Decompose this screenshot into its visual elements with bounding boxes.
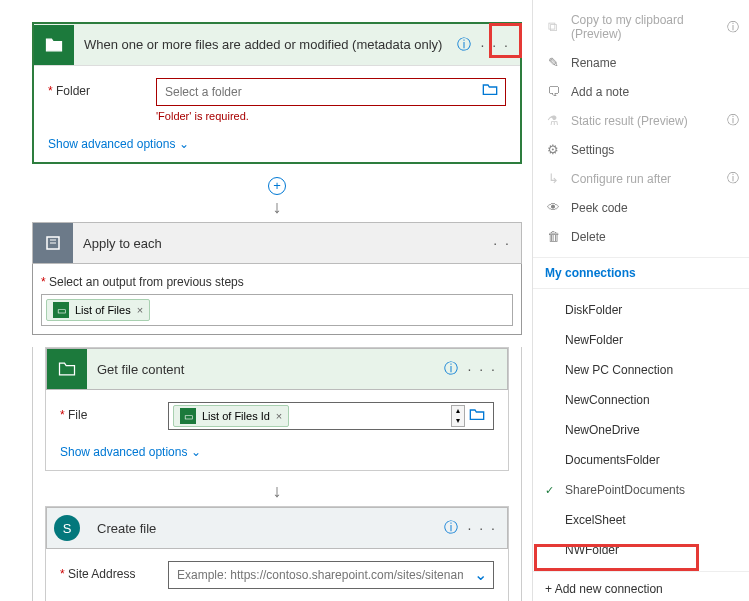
info-icon[interactable]: ⓘ [727, 170, 739, 187]
branch-icon: ↳ [545, 171, 561, 186]
createfile-header[interactable]: S Create file ⓘ · · · [46, 507, 508, 549]
more-button[interactable]: · · · [468, 361, 497, 377]
trigger-header[interactable]: When one or more files are added or modi… [34, 24, 520, 66]
help-icon[interactable]: ⓘ [444, 519, 458, 537]
createfile-title: Create file [87, 521, 444, 536]
info-icon[interactable]: ⓘ [727, 19, 739, 36]
eye-icon: 👁 [545, 200, 561, 215]
file-id-chip[interactable]: ▭ List of Files Id × [173, 405, 289, 427]
gear-icon: ⚙ [545, 142, 561, 157]
output-label: Select an output from previous steps [41, 275, 244, 289]
menu-delete[interactable]: 🗑Delete [533, 222, 749, 251]
connection-item[interactable]: ExcelSheet [533, 505, 749, 535]
getfile-header[interactable]: Get file content ⓘ · · · [46, 348, 508, 390]
menu-peek[interactable]: 👁Peek code [533, 193, 749, 222]
more-button[interactable]: · · · [468, 520, 497, 536]
trash-icon: 🗑 [545, 229, 561, 244]
connection-item[interactable]: DiskFolder [533, 295, 749, 325]
folder-icon: ▭ [53, 302, 69, 318]
connection-item[interactable]: SharePointDocuments [533, 475, 749, 505]
copy-icon: ⧉ [545, 19, 561, 35]
context-menu: ⧉Copy to my clipboard (Preview)ⓘ ✎Rename… [532, 0, 749, 601]
folder-input[interactable] [156, 78, 506, 106]
show-advanced-link[interactable]: Show advanced options [60, 445, 201, 459]
getfile-title: Get file content [87, 362, 444, 377]
flask-icon: ⚗ [545, 113, 561, 128]
folder-picker-icon[interactable] [482, 82, 502, 96]
note-icon: 🗨 [545, 84, 561, 99]
show-advanced-link[interactable]: Show advanced options [48, 137, 189, 151]
connector-arrow: ↓ [45, 477, 509, 506]
menu-static[interactable]: ⚗Static result (Preview)ⓘ [533, 106, 749, 135]
loop-icon [33, 223, 73, 263]
chevron-down-icon [179, 137, 189, 151]
menu-runafter[interactable]: ↳Configure run afterⓘ [533, 164, 749, 193]
apply-title: Apply to each [73, 236, 493, 251]
connection-item[interactable]: NewConnection [533, 385, 749, 415]
add-connection-button[interactable]: + Add new connection [533, 571, 749, 601]
folder-icon [47, 349, 87, 389]
apply-header[interactable]: Apply to each · · [32, 222, 522, 264]
menu-settings[interactable]: ⚙Settings [533, 135, 749, 164]
add-step-button[interactable]: + [268, 177, 286, 195]
dropdown-icon[interactable]: ⌄ [470, 565, 490, 584]
connection-item[interactable]: NewOneDrive [533, 415, 749, 445]
trigger-title: When one or more files are added or modi… [74, 37, 457, 52]
help-icon[interactable]: ⓘ [457, 36, 471, 54]
menu-note[interactable]: 🗨Add a note [533, 77, 749, 106]
pencil-icon: ✎ [545, 55, 561, 70]
connection-item[interactable]: DocumentsFolder [533, 445, 749, 475]
connection-item[interactable]: NWFolder [533, 535, 749, 565]
chevron-down-icon [191, 445, 201, 459]
sharepoint-icon: S [54, 515, 80, 541]
folder-label: Folder [48, 78, 156, 98]
connector-arrow: +↓ [32, 170, 522, 222]
remove-chip-icon[interactable]: × [276, 410, 282, 422]
file-label: File [60, 402, 168, 422]
info-icon[interactable]: ⓘ [727, 112, 739, 129]
stepper[interactable]: ▴▾ [451, 405, 465, 427]
menu-rename[interactable]: ✎Rename [533, 48, 749, 77]
remove-chip-icon[interactable]: × [137, 304, 143, 316]
menu-copy[interactable]: ⧉Copy to my clipboard (Preview)ⓘ [533, 6, 749, 48]
folder-icon: ▭ [180, 408, 196, 424]
site-address-input[interactable] [168, 561, 494, 589]
more-button[interactable]: · · [493, 235, 511, 251]
connection-item[interactable]: New PC Connection [533, 355, 749, 385]
site-address-label: Site Address [60, 561, 168, 581]
output-field[interactable]: ▭ List of Files × [41, 294, 513, 326]
help-icon[interactable]: ⓘ [444, 360, 458, 378]
connection-item[interactable]: NewFolder [533, 325, 749, 355]
folder-error: 'Folder' is required. [156, 110, 506, 122]
connections-header: My connections [533, 257, 749, 289]
list-of-files-chip[interactable]: ▭ List of Files × [46, 299, 150, 321]
more-button[interactable]: · · · [481, 37, 510, 53]
folder-picker-icon[interactable] [469, 407, 489, 421]
file-input[interactable]: ▭ List of Files Id × ▴▾ [168, 402, 494, 430]
folder-icon [34, 25, 74, 65]
